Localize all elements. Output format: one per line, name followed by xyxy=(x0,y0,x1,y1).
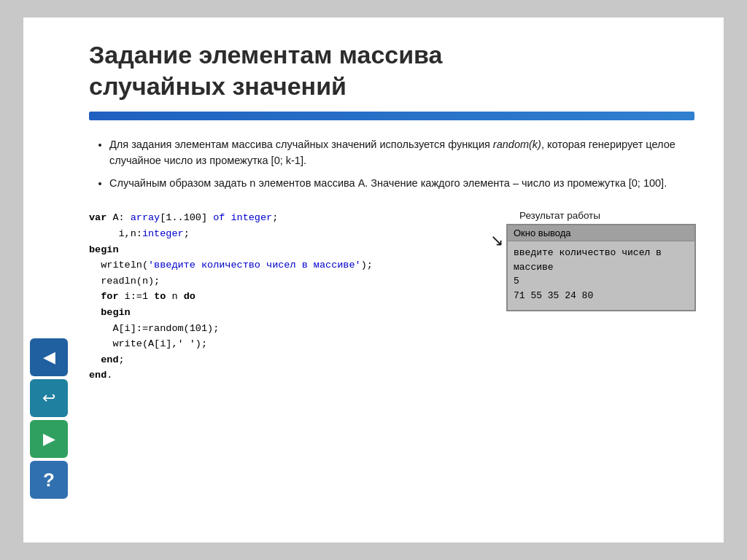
output-arrow-row: ↘ Окно вывода введите количество чисел в… xyxy=(490,224,696,311)
code-line-8: A[i]:=random(101); xyxy=(89,321,476,337)
result-label-row: Результат работы xyxy=(490,210,600,221)
output-window: Окно вывода введите количество чисел в м… xyxy=(506,224,696,311)
title-line1: Задание элементам массива xyxy=(89,41,442,69)
bullet-item-2: Случайным образом задать n элементов мас… xyxy=(109,175,694,191)
return-button[interactable]: ↩ xyxy=(30,379,68,417)
result-label: Результат работы xyxy=(519,210,600,221)
slide-title: Задание элементам массива случайных знач… xyxy=(89,39,694,101)
output-window-body: введите количество чисел в массиве 5 71 … xyxy=(508,241,694,307)
output-window-title: Окно вывода xyxy=(508,225,694,241)
code-line-11: end. xyxy=(89,368,476,384)
code-line-10: end; xyxy=(89,352,476,368)
play-button[interactable]: ▶ xyxy=(30,420,68,458)
output-line-3: 71 55 35 24 80 xyxy=(514,289,689,303)
back-button[interactable]: ◀ xyxy=(30,338,68,376)
code-area: var A: array[1..100] of integer; i,n:int… xyxy=(89,210,694,528)
main-content: Задание элементам массива случайных знач… xyxy=(74,18,724,542)
output-arrow-icon: ↘ xyxy=(490,231,503,250)
code-line-3: begin xyxy=(89,242,476,258)
code-line-4: writeln('введите количество чисел в масс… xyxy=(89,257,476,273)
code-line-7: begin xyxy=(89,305,476,321)
code-block: var A: array[1..100] of integer; i,n:int… xyxy=(89,210,476,528)
code-line-6: for i:=1 to n do xyxy=(89,289,476,305)
bullet-list: Для задания элементам массива случайных … xyxy=(89,136,694,197)
output-line-1: введите количество чисел в массиве xyxy=(514,246,689,274)
code-line-2: i,n:integer; xyxy=(89,226,476,242)
output-line-2: 5 xyxy=(514,274,689,289)
title-line2: случайных значений xyxy=(89,72,347,100)
output-panel: Результат работы ↘ Окно вывода введите к… xyxy=(490,210,694,528)
slide: ◀ ↩ ▶ ? Задание элементам массива случай… xyxy=(23,18,724,542)
code-line-1: var A: array[1..100] of integer; xyxy=(89,210,476,226)
title-bar xyxy=(89,112,694,120)
help-button[interactable]: ? xyxy=(30,461,68,499)
bullet-item-1: Для задания элементам массива случайных … xyxy=(109,136,694,169)
code-line-9: write(A[i],' '); xyxy=(89,336,476,352)
sidebar: ◀ ↩ ▶ ? xyxy=(23,18,74,542)
code-line-5: readln(n); xyxy=(89,273,476,289)
